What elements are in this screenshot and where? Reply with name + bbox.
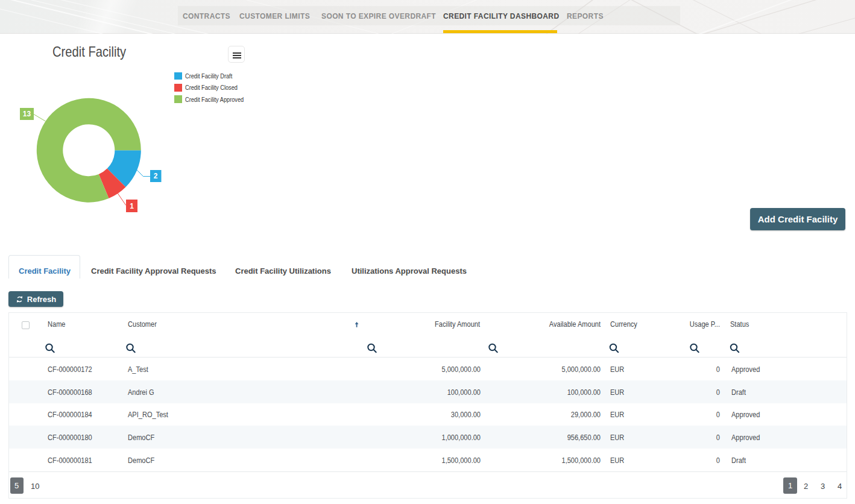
svg-text:1: 1 (130, 202, 134, 210)
svg-text:13: 13 (23, 110, 31, 118)
svg-text:2: 2 (154, 172, 158, 180)
